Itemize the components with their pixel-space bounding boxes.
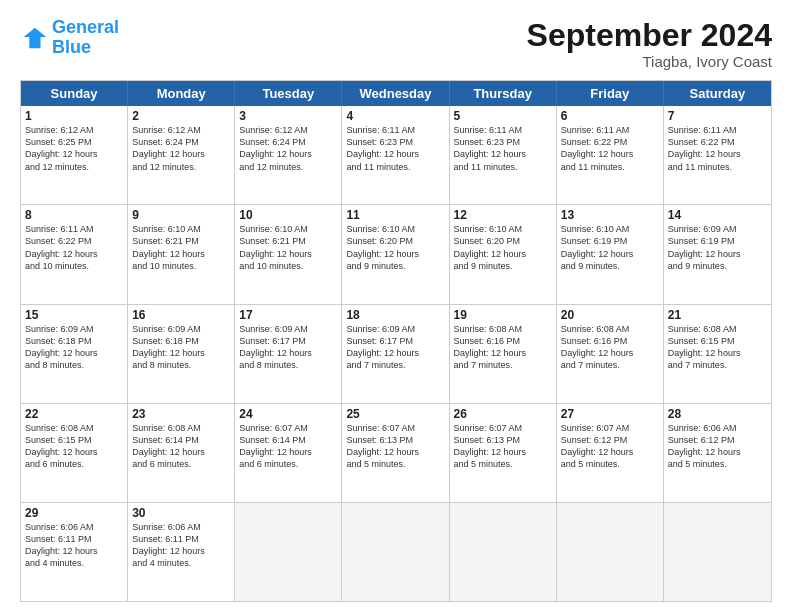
cell-day-number: 21 xyxy=(668,308,767,322)
calendar-cell: 19Sunrise: 6:08 AM Sunset: 6:16 PM Dayli… xyxy=(450,305,557,403)
cell-day-number: 8 xyxy=(25,208,123,222)
cell-day-number: 10 xyxy=(239,208,337,222)
weekday-saturday: Saturday xyxy=(664,81,771,106)
cell-info: Sunrise: 6:11 AM Sunset: 6:23 PM Dayligh… xyxy=(454,124,552,173)
page: General Blue September 2024 Tiagba, Ivor… xyxy=(0,0,792,612)
calendar-cell: 11Sunrise: 6:10 AM Sunset: 6:20 PM Dayli… xyxy=(342,205,449,303)
cell-info: Sunrise: 6:08 AM Sunset: 6:15 PM Dayligh… xyxy=(668,323,767,372)
calendar-row: 1Sunrise: 6:12 AM Sunset: 6:25 PM Daylig… xyxy=(21,106,771,204)
weekday-monday: Monday xyxy=(128,81,235,106)
cell-day-number: 22 xyxy=(25,407,123,421)
cell-info: Sunrise: 6:06 AM Sunset: 6:11 PM Dayligh… xyxy=(132,521,230,570)
cell-day-number: 13 xyxy=(561,208,659,222)
cell-day-number: 5 xyxy=(454,109,552,123)
cell-day-number: 20 xyxy=(561,308,659,322)
calendar-cell: 16Sunrise: 6:09 AM Sunset: 6:18 PM Dayli… xyxy=(128,305,235,403)
cell-info: Sunrise: 6:06 AM Sunset: 6:11 PM Dayligh… xyxy=(25,521,123,570)
calendar-cell: 30Sunrise: 6:06 AM Sunset: 6:11 PM Dayli… xyxy=(128,503,235,601)
cell-day-number: 6 xyxy=(561,109,659,123)
calendar-cell: 17Sunrise: 6:09 AM Sunset: 6:17 PM Dayli… xyxy=(235,305,342,403)
cell-day-number: 28 xyxy=(668,407,767,421)
cell-day-number: 11 xyxy=(346,208,444,222)
calendar-cell: 25Sunrise: 6:07 AM Sunset: 6:13 PM Dayli… xyxy=(342,404,449,502)
calendar-cell xyxy=(557,503,664,601)
calendar-cell: 3Sunrise: 6:12 AM Sunset: 6:24 PM Daylig… xyxy=(235,106,342,204)
location: Tiagba, Ivory Coast xyxy=(527,53,772,70)
weekday-sunday: Sunday xyxy=(21,81,128,106)
weekday-tuesday: Tuesday xyxy=(235,81,342,106)
cell-day-number: 15 xyxy=(25,308,123,322)
cell-day-number: 14 xyxy=(668,208,767,222)
calendar-cell xyxy=(342,503,449,601)
cell-day-number: 24 xyxy=(239,407,337,421)
calendar-cell: 8Sunrise: 6:11 AM Sunset: 6:22 PM Daylig… xyxy=(21,205,128,303)
logo: General Blue xyxy=(20,18,119,58)
cell-info: Sunrise: 6:11 AM Sunset: 6:23 PM Dayligh… xyxy=(346,124,444,173)
cell-info: Sunrise: 6:07 AM Sunset: 6:14 PM Dayligh… xyxy=(239,422,337,471)
calendar-row: 22Sunrise: 6:08 AM Sunset: 6:15 PM Dayli… xyxy=(21,403,771,502)
cell-info: Sunrise: 6:10 AM Sunset: 6:20 PM Dayligh… xyxy=(454,223,552,272)
calendar: Sunday Monday Tuesday Wednesday Thursday… xyxy=(20,80,772,602)
cell-day-number: 16 xyxy=(132,308,230,322)
cell-info: Sunrise: 6:12 AM Sunset: 6:24 PM Dayligh… xyxy=(132,124,230,173)
cell-info: Sunrise: 6:11 AM Sunset: 6:22 PM Dayligh… xyxy=(668,124,767,173)
calendar-row: 8Sunrise: 6:11 AM Sunset: 6:22 PM Daylig… xyxy=(21,204,771,303)
cell-info: Sunrise: 6:07 AM Sunset: 6:13 PM Dayligh… xyxy=(346,422,444,471)
cell-info: Sunrise: 6:09 AM Sunset: 6:17 PM Dayligh… xyxy=(346,323,444,372)
header: General Blue September 2024 Tiagba, Ivor… xyxy=(20,18,772,70)
weekday-thursday: Thursday xyxy=(450,81,557,106)
cell-day-number: 19 xyxy=(454,308,552,322)
cell-day-number: 3 xyxy=(239,109,337,123)
cell-info: Sunrise: 6:10 AM Sunset: 6:19 PM Dayligh… xyxy=(561,223,659,272)
calendar-cell: 15Sunrise: 6:09 AM Sunset: 6:18 PM Dayli… xyxy=(21,305,128,403)
cell-day-number: 1 xyxy=(25,109,123,123)
calendar-cell: 23Sunrise: 6:08 AM Sunset: 6:14 PM Dayli… xyxy=(128,404,235,502)
cell-day-number: 2 xyxy=(132,109,230,123)
calendar-cell: 18Sunrise: 6:09 AM Sunset: 6:17 PM Dayli… xyxy=(342,305,449,403)
calendar-cell: 24Sunrise: 6:07 AM Sunset: 6:14 PM Dayli… xyxy=(235,404,342,502)
calendar-cell: 20Sunrise: 6:08 AM Sunset: 6:16 PM Dayli… xyxy=(557,305,664,403)
cell-info: Sunrise: 6:12 AM Sunset: 6:25 PM Dayligh… xyxy=(25,124,123,173)
calendar-cell: 13Sunrise: 6:10 AM Sunset: 6:19 PM Dayli… xyxy=(557,205,664,303)
cell-info: Sunrise: 6:08 AM Sunset: 6:15 PM Dayligh… xyxy=(25,422,123,471)
cell-day-number: 18 xyxy=(346,308,444,322)
cell-day-number: 30 xyxy=(132,506,230,520)
cell-day-number: 26 xyxy=(454,407,552,421)
calendar-cell: 29Sunrise: 6:06 AM Sunset: 6:11 PM Dayli… xyxy=(21,503,128,601)
cell-info: Sunrise: 6:09 AM Sunset: 6:18 PM Dayligh… xyxy=(25,323,123,372)
cell-info: Sunrise: 6:07 AM Sunset: 6:12 PM Dayligh… xyxy=(561,422,659,471)
logo-text: General Blue xyxy=(52,18,119,58)
calendar-cell: 7Sunrise: 6:11 AM Sunset: 6:22 PM Daylig… xyxy=(664,106,771,204)
cell-info: Sunrise: 6:09 AM Sunset: 6:17 PM Dayligh… xyxy=(239,323,337,372)
month-title: September 2024 xyxy=(527,18,772,53)
calendar-header: Sunday Monday Tuesday Wednesday Thursday… xyxy=(21,81,771,106)
cell-day-number: 9 xyxy=(132,208,230,222)
cell-day-number: 7 xyxy=(668,109,767,123)
cell-day-number: 25 xyxy=(346,407,444,421)
calendar-row: 29Sunrise: 6:06 AM Sunset: 6:11 PM Dayli… xyxy=(21,502,771,601)
cell-info: Sunrise: 6:08 AM Sunset: 6:14 PM Dayligh… xyxy=(132,422,230,471)
cell-info: Sunrise: 6:08 AM Sunset: 6:16 PM Dayligh… xyxy=(454,323,552,372)
cell-day-number: 29 xyxy=(25,506,123,520)
calendar-cell xyxy=(664,503,771,601)
logo-icon xyxy=(20,24,48,52)
calendar-cell xyxy=(450,503,557,601)
cell-info: Sunrise: 6:08 AM Sunset: 6:16 PM Dayligh… xyxy=(561,323,659,372)
cell-day-number: 12 xyxy=(454,208,552,222)
calendar-cell: 5Sunrise: 6:11 AM Sunset: 6:23 PM Daylig… xyxy=(450,106,557,204)
cell-day-number: 17 xyxy=(239,308,337,322)
cell-info: Sunrise: 6:10 AM Sunset: 6:21 PM Dayligh… xyxy=(132,223,230,272)
calendar-cell xyxy=(235,503,342,601)
calendar-cell: 21Sunrise: 6:08 AM Sunset: 6:15 PM Dayli… xyxy=(664,305,771,403)
weekday-friday: Friday xyxy=(557,81,664,106)
weekday-wednesday: Wednesday xyxy=(342,81,449,106)
cell-day-number: 4 xyxy=(346,109,444,123)
calendar-cell: 28Sunrise: 6:06 AM Sunset: 6:12 PM Dayli… xyxy=(664,404,771,502)
cell-info: Sunrise: 6:10 AM Sunset: 6:21 PM Dayligh… xyxy=(239,223,337,272)
cell-info: Sunrise: 6:06 AM Sunset: 6:12 PM Dayligh… xyxy=(668,422,767,471)
calendar-body: 1Sunrise: 6:12 AM Sunset: 6:25 PM Daylig… xyxy=(21,106,771,601)
calendar-cell: 26Sunrise: 6:07 AM Sunset: 6:13 PM Dayli… xyxy=(450,404,557,502)
cell-info: Sunrise: 6:07 AM Sunset: 6:13 PM Dayligh… xyxy=(454,422,552,471)
calendar-cell: 1Sunrise: 6:12 AM Sunset: 6:25 PM Daylig… xyxy=(21,106,128,204)
cell-info: Sunrise: 6:10 AM Sunset: 6:20 PM Dayligh… xyxy=(346,223,444,272)
